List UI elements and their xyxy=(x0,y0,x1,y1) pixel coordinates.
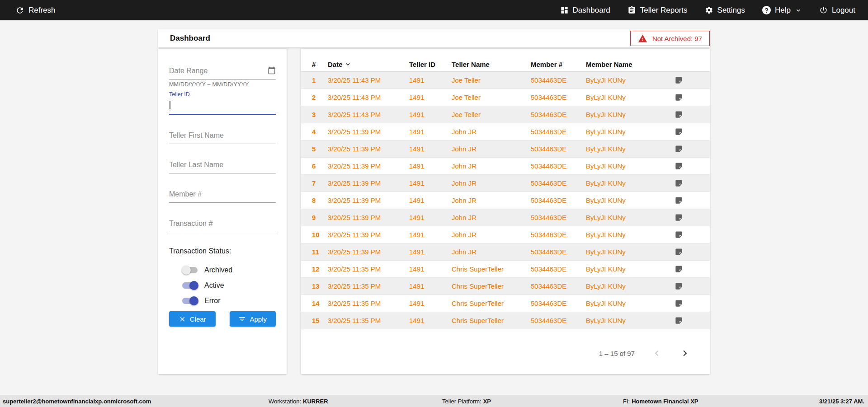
row-date: 3/20/25 11:39 PM xyxy=(328,145,409,153)
table-row[interactable]: 10 3/20/25 11:39 PM 1491 John JR 5034463… xyxy=(301,226,710,243)
note-icon[interactable] xyxy=(675,230,683,239)
current-datetime: 3/21/25 3:27 AM. xyxy=(819,398,864,405)
row-member-name: ByLyJI KUNy xyxy=(586,94,675,101)
nav-dashboard[interactable]: Dashboard xyxy=(560,6,610,15)
table-header-row: # Date Teller ID Teller Name Member # Me… xyxy=(301,57,710,72)
dashboard-icon xyxy=(560,6,569,14)
column-number[interactable]: # xyxy=(312,61,328,68)
page-range-label: 1 – 15 of 97 xyxy=(599,350,635,357)
table-row[interactable]: 11 3/20/25 11:39 PM 1491 John JR 5034463… xyxy=(301,243,710,261)
teller-id-input[interactable] xyxy=(169,98,276,115)
nav-settings-label: Settings xyxy=(717,6,745,15)
note-icon[interactable] xyxy=(675,248,683,256)
teller-first-name-input[interactable] xyxy=(169,130,276,144)
table-row[interactable]: 7 3/20/25 11:39 PM 1491 John JR 5034463D… xyxy=(301,175,710,192)
row-teller-name: John JR xyxy=(452,162,531,170)
transaction-number-input[interactable] xyxy=(169,218,276,232)
note-icon[interactable] xyxy=(675,127,683,136)
fi-info: FI:Hometown Financial XP xyxy=(623,398,698,405)
table-row[interactable]: 1 3/20/25 11:43 PM 1491 Joe Teller 50344… xyxy=(301,72,710,89)
table-row[interactable]: 9 3/20/25 11:39 PM 1491 John JR 5034463D… xyxy=(301,209,710,226)
clear-button[interactable]: Clear xyxy=(169,311,216,327)
teller-last-name-input[interactable] xyxy=(169,159,276,173)
page-header: Dashboard Not Archived: 97 xyxy=(158,29,710,47)
row-member-number: 5034463DE xyxy=(531,282,586,290)
refresh-button[interactable]: Refresh xyxy=(15,6,56,15)
page: Refresh Dashboard Teller Reports Setting… xyxy=(0,0,868,407)
row-teller-name: John JR xyxy=(452,231,531,239)
table-row[interactable]: 3 3/20/25 11:43 PM 1491 Joe Teller 50344… xyxy=(301,106,710,123)
row-teller-id: 1491 xyxy=(409,128,452,136)
note-icon[interactable] xyxy=(675,299,683,308)
calendar-icon[interactable] xyxy=(268,66,276,75)
row-teller-name: Chris SuperTeller xyxy=(452,317,531,324)
teller-platform-label: Teller Platform: xyxy=(442,398,481,405)
date-range-format-hint: MM/DD/YYYY – MM/DD/YYYY xyxy=(169,81,276,88)
next-page-button[interactable] xyxy=(679,347,691,359)
row-member-name: ByLyJI KUNy xyxy=(586,179,675,187)
row-teller-id: 1491 xyxy=(409,111,452,118)
toggle-error[interactable] xyxy=(182,296,198,305)
note-icon[interactable] xyxy=(675,179,683,187)
note-icon[interactable] xyxy=(675,110,683,119)
x-icon xyxy=(179,315,186,323)
column-teller-name[interactable]: Teller Name xyxy=(452,61,531,68)
refresh-icon xyxy=(15,6,24,15)
table-row[interactable]: 2 3/20/25 11:43 PM 1491 Joe Teller 50344… xyxy=(301,89,710,106)
power-icon xyxy=(819,6,828,14)
row-number: 14 xyxy=(312,299,328,307)
note-icon[interactable] xyxy=(675,196,683,205)
row-member-name: ByLyJI KUNy xyxy=(586,265,675,273)
not-archived-badge[interactable]: Not Archived: 97 xyxy=(630,31,710,46)
column-date[interactable]: Date xyxy=(328,61,409,68)
table-row[interactable]: 15 3/20/25 11:35 PM 1491 Chris SuperTell… xyxy=(301,312,710,329)
workstation-info: Workstation:KURRER xyxy=(269,398,328,405)
previous-page-button[interactable] xyxy=(651,347,663,359)
row-number: 15 xyxy=(312,317,328,324)
column-teller-id[interactable]: Teller ID xyxy=(409,61,452,68)
nav-settings[interactable]: Settings xyxy=(705,6,745,15)
row-number: 5 xyxy=(312,145,328,153)
note-icon[interactable] xyxy=(675,162,683,170)
row-date: 3/20/25 11:39 PM xyxy=(328,248,409,256)
table-row[interactable]: 4 3/20/25 11:39 PM 1491 John JR 5034463D… xyxy=(301,123,710,140)
table-row[interactable]: 12 3/20/25 11:35 PM 1491 Chris SuperTell… xyxy=(301,261,710,278)
row-teller-id: 1491 xyxy=(409,76,452,84)
nav-help[interactable]: ? Help xyxy=(762,6,802,15)
note-icon[interactable] xyxy=(675,282,683,290)
row-date: 3/20/25 11:43 PM xyxy=(328,76,409,84)
table-row[interactable]: 6 3/20/25 11:39 PM 1491 John JR 5034463D… xyxy=(301,158,710,175)
column-member-number[interactable]: Member # xyxy=(531,61,586,68)
row-number: 10 xyxy=(312,231,328,239)
row-teller-name: John JR xyxy=(452,248,531,256)
row-number: 3 xyxy=(312,111,328,118)
note-icon[interactable] xyxy=(675,93,683,102)
member-number-input[interactable] xyxy=(169,188,276,203)
table-row[interactable]: 5 3/20/25 11:39 PM 1491 John JR 5034463D… xyxy=(301,140,710,158)
row-teller-name: Joe Teller xyxy=(452,94,531,101)
note-icon[interactable] xyxy=(675,265,683,273)
note-icon[interactable] xyxy=(675,316,683,325)
table-row[interactable]: 8 3/20/25 11:39 PM 1491 John JR 5034463D… xyxy=(301,192,710,209)
table-row[interactable]: 13 3/20/25 11:35 PM 1491 Chris SuperTell… xyxy=(301,278,710,295)
note-icon[interactable] xyxy=(675,145,683,153)
table-row[interactable]: 14 3/20/25 11:35 PM 1491 Chris SuperTell… xyxy=(301,295,710,312)
toggle-active[interactable] xyxy=(182,281,198,290)
row-number: 11 xyxy=(312,248,328,256)
nav-teller-reports[interactable]: Teller Reports xyxy=(627,6,688,15)
column-member-name[interactable]: Member Name xyxy=(586,61,675,68)
nav-logout[interactable]: Logout xyxy=(819,6,855,15)
row-member-name: ByLyJI KUNy xyxy=(586,231,675,239)
note-icon[interactable] xyxy=(675,213,683,222)
row-date: 3/20/25 11:35 PM xyxy=(328,282,409,290)
nav-teller-reports-label: Teller Reports xyxy=(640,6,688,15)
row-member-number: 5034463DE xyxy=(531,76,586,84)
apply-button[interactable]: Apply xyxy=(230,311,276,327)
toggle-archived[interactable] xyxy=(182,266,198,275)
row-number: 9 xyxy=(312,214,328,221)
clear-button-label: Clear xyxy=(190,315,206,323)
date-range-input[interactable] xyxy=(169,65,276,80)
row-member-name: ByLyJI KUNy xyxy=(586,162,675,170)
note-icon[interactable] xyxy=(675,76,683,84)
row-number: 1 xyxy=(312,76,328,84)
